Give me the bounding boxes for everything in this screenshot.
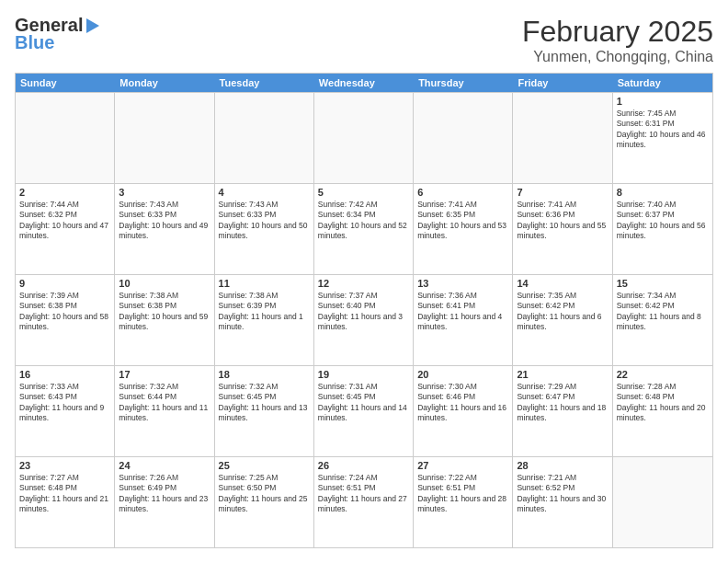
header-sunday: Sunday	[16, 74, 115, 92]
day-number: 21	[517, 369, 608, 380]
calendar-row-3: 16Sunrise: 7:33 AM Sunset: 6:43 PM Dayli…	[16, 365, 712, 456]
logo-arrow-icon	[86, 18, 99, 33]
header-wednesday: Wednesday	[314, 74, 414, 92]
day-number: 16	[19, 369, 110, 380]
calendar-cell-4-4: 27Sunrise: 7:22 AM Sunset: 6:51 PM Dayli…	[414, 457, 513, 547]
day-info: Sunrise: 7:41 AM Sunset: 6:36 PM Dayligh…	[517, 200, 608, 242]
day-info: Sunrise: 7:38 AM Sunset: 6:38 PM Dayligh…	[119, 291, 210, 333]
calendar-cell-2-3: 12Sunrise: 7:37 AM Sunset: 6:40 PM Dayli…	[314, 275, 414, 365]
calendar-cell-2-0: 9Sunrise: 7:39 AM Sunset: 6:38 PM Daylig…	[16, 275, 115, 365]
calendar-cell-3-3: 19Sunrise: 7:31 AM Sunset: 6:45 PM Dayli…	[314, 366, 414, 456]
day-info: Sunrise: 7:25 AM Sunset: 6:50 PM Dayligh…	[219, 473, 310, 515]
calendar-cell-3-0: 16Sunrise: 7:33 AM Sunset: 6:43 PM Dayli…	[16, 366, 115, 456]
day-info: Sunrise: 7:43 AM Sunset: 6:33 PM Dayligh…	[219, 200, 310, 242]
day-number: 6	[417, 187, 508, 198]
day-number: 12	[318, 278, 409, 289]
day-info: Sunrise: 7:29 AM Sunset: 6:47 PM Dayligh…	[517, 382, 608, 424]
calendar-cell-1-4: 6Sunrise: 7:41 AM Sunset: 6:35 PM Daylig…	[414, 184, 513, 274]
day-number: 23	[19, 460, 110, 471]
day-info: Sunrise: 7:30 AM Sunset: 6:46 PM Dayligh…	[417, 382, 508, 424]
calendar-cell-3-4: 20Sunrise: 7:30 AM Sunset: 6:46 PM Dayli…	[414, 366, 513, 456]
day-number: 20	[417, 369, 508, 380]
page: General Blue February 2025 Yunmen, Chong…	[0, 0, 728, 563]
day-number: 18	[219, 369, 310, 380]
day-number: 8	[617, 187, 709, 198]
calendar-cell-1-0: 2Sunrise: 7:44 AM Sunset: 6:32 PM Daylig…	[16, 184, 115, 274]
calendar-cell-0-0	[16, 93, 115, 183]
calendar-cell-3-2: 18Sunrise: 7:32 AM Sunset: 6:45 PM Dayli…	[215, 366, 314, 456]
header: General Blue February 2025 Yunmen, Chong…	[15, 15, 713, 65]
day-info: Sunrise: 7:27 AM Sunset: 6:48 PM Dayligh…	[19, 473, 110, 515]
day-number: 24	[119, 460, 210, 471]
calendar-cell-0-4	[414, 93, 513, 183]
day-number: 1	[617, 96, 709, 107]
day-info: Sunrise: 7:42 AM Sunset: 6:34 PM Dayligh…	[318, 200, 409, 242]
day-info: Sunrise: 7:22 AM Sunset: 6:51 PM Dayligh…	[417, 473, 508, 515]
header-saturday: Saturday	[613, 74, 712, 92]
header-tuesday: Tuesday	[215, 74, 314, 92]
calendar-row-0: 1Sunrise: 7:45 AM Sunset: 6:31 PM Daylig…	[16, 92, 712, 183]
calendar-row-2: 9Sunrise: 7:39 AM Sunset: 6:38 PM Daylig…	[16, 274, 712, 365]
title-section: February 2025 Yunmen, Chongqing, China	[522, 15, 713, 65]
calendar-cell-3-6: 22Sunrise: 7:28 AM Sunset: 6:48 PM Dayli…	[613, 366, 712, 456]
day-number: 17	[119, 369, 210, 380]
day-number: 7	[517, 187, 608, 198]
day-number: 11	[219, 278, 310, 289]
calendar-cell-2-4: 13Sunrise: 7:36 AM Sunset: 6:41 PM Dayli…	[414, 275, 513, 365]
day-info: Sunrise: 7:41 AM Sunset: 6:35 PM Dayligh…	[417, 200, 508, 242]
day-number: 14	[517, 278, 608, 289]
day-number: 19	[318, 369, 409, 380]
header-thursday: Thursday	[414, 74, 513, 92]
header-monday: Monday	[115, 74, 214, 92]
calendar-cell-0-3	[314, 93, 414, 183]
calendar-row-4: 23Sunrise: 7:27 AM Sunset: 6:48 PM Dayli…	[16, 456, 712, 547]
calendar-cell-2-6: 15Sunrise: 7:34 AM Sunset: 6:42 PM Dayli…	[613, 275, 712, 365]
calendar-cell-0-5	[513, 93, 612, 183]
calendar-cell-4-6	[613, 457, 712, 547]
calendar: Sunday Monday Tuesday Wednesday Thursday…	[15, 73, 713, 548]
calendar-cell-2-2: 11Sunrise: 7:38 AM Sunset: 6:39 PM Dayli…	[215, 275, 314, 365]
calendar-cell-0-2	[215, 93, 314, 183]
header-friday: Friday	[513, 74, 612, 92]
calendar-body: 1Sunrise: 7:45 AM Sunset: 6:31 PM Daylig…	[16, 92, 712, 547]
calendar-cell-0-6: 1Sunrise: 7:45 AM Sunset: 6:31 PM Daylig…	[613, 93, 712, 183]
day-info: Sunrise: 7:38 AM Sunset: 6:39 PM Dayligh…	[219, 291, 310, 333]
calendar-cell-1-6: 8Sunrise: 7:40 AM Sunset: 6:37 PM Daylig…	[613, 184, 712, 274]
day-number: 4	[219, 187, 310, 198]
calendar-cell-4-3: 26Sunrise: 7:24 AM Sunset: 6:51 PM Dayli…	[314, 457, 414, 547]
calendar-cell-1-5: 7Sunrise: 7:41 AM Sunset: 6:36 PM Daylig…	[513, 184, 612, 274]
logo-blue-text: Blue	[15, 32, 54, 53]
day-info: Sunrise: 7:39 AM Sunset: 6:38 PM Dayligh…	[19, 291, 110, 333]
day-info: Sunrise: 7:31 AM Sunset: 6:45 PM Dayligh…	[318, 382, 409, 424]
calendar-row-1: 2Sunrise: 7:44 AM Sunset: 6:32 PM Daylig…	[16, 183, 712, 274]
day-number: 22	[617, 369, 709, 380]
calendar-cell-2-1: 10Sunrise: 7:38 AM Sunset: 6:38 PM Dayli…	[115, 275, 214, 365]
calendar-header: Sunday Monday Tuesday Wednesday Thursday…	[16, 74, 712, 92]
day-info: Sunrise: 7:33 AM Sunset: 6:43 PM Dayligh…	[19, 382, 110, 424]
day-info: Sunrise: 7:44 AM Sunset: 6:32 PM Dayligh…	[19, 200, 110, 242]
day-info: Sunrise: 7:36 AM Sunset: 6:41 PM Dayligh…	[417, 291, 508, 333]
day-info: Sunrise: 7:34 AM Sunset: 6:42 PM Dayligh…	[617, 291, 709, 333]
day-number: 25	[219, 460, 310, 471]
calendar-cell-4-2: 25Sunrise: 7:25 AM Sunset: 6:50 PM Dayli…	[215, 457, 314, 547]
day-info: Sunrise: 7:43 AM Sunset: 6:33 PM Dayligh…	[119, 200, 210, 242]
day-number: 28	[517, 460, 608, 471]
day-number: 3	[119, 187, 210, 198]
day-number: 9	[19, 278, 110, 289]
calendar-cell-1-1: 3Sunrise: 7:43 AM Sunset: 6:33 PM Daylig…	[115, 184, 214, 274]
day-number: 5	[318, 187, 409, 198]
day-info: Sunrise: 7:37 AM Sunset: 6:40 PM Dayligh…	[318, 291, 409, 333]
day-info: Sunrise: 7:28 AM Sunset: 6:48 PM Dayligh…	[617, 382, 709, 424]
day-info: Sunrise: 7:26 AM Sunset: 6:49 PM Dayligh…	[119, 473, 210, 515]
calendar-cell-4-5: 28Sunrise: 7:21 AM Sunset: 6:52 PM Dayli…	[513, 457, 612, 547]
logo: General Blue	[15, 15, 101, 53]
day-info: Sunrise: 7:35 AM Sunset: 6:42 PM Dayligh…	[517, 291, 608, 333]
day-number: 27	[417, 460, 508, 471]
day-number: 26	[318, 460, 409, 471]
day-info: Sunrise: 7:45 AM Sunset: 6:31 PM Dayligh…	[617, 109, 709, 151]
calendar-cell-2-5: 14Sunrise: 7:35 AM Sunset: 6:42 PM Dayli…	[513, 275, 612, 365]
location: Yunmen, Chongqing, China	[522, 49, 713, 65]
calendar-cell-1-2: 4Sunrise: 7:43 AM Sunset: 6:33 PM Daylig…	[215, 184, 314, 274]
day-info: Sunrise: 7:32 AM Sunset: 6:44 PM Dayligh…	[119, 382, 210, 424]
month-title: February 2025	[522, 15, 713, 49]
